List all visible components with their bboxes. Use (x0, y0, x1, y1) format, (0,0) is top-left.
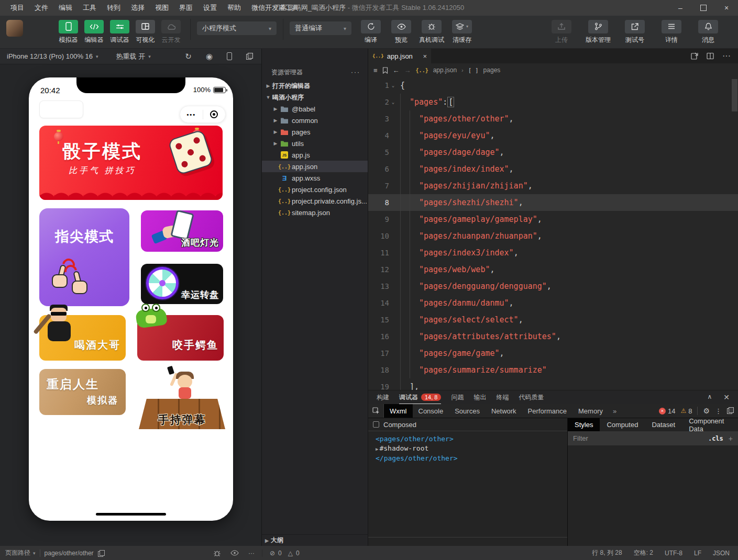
code-line-1[interactable]: 1⌄{ (368, 77, 738, 94)
language-mode[interactable]: JSON (713, 550, 730, 557)
devtools-tab-network[interactable]: Network (486, 404, 522, 418)
dice-mode-banner[interactable]: 骰子模式 比手气 拼技巧 (39, 126, 223, 200)
file-app.json[interactable]: {..}app.json (262, 161, 368, 172)
more-tabs-icon[interactable]: » (609, 404, 621, 418)
branch-button[interactable]: 版本管理 (582, 20, 614, 44)
record-icon[interactable]: ◉ (206, 52, 213, 61)
bug-button[interactable]: 真机调试 (416, 20, 447, 44)
folder-@babel[interactable]: ▶@babel (262, 103, 368, 115)
devtools-tab-wxml[interactable]: Wxml (384, 404, 413, 418)
menu-7[interactable]: 视图 (150, 3, 174, 13)
styles-tab-computed[interactable]: Computed (600, 418, 645, 431)
menu-8[interactable]: 界面 (174, 3, 198, 13)
capsule-close-icon[interactable] (203, 110, 226, 118)
compile-select-dropdown[interactable]: 普通编译 ▾ (290, 21, 351, 35)
folder-common[interactable]: ▶common (262, 115, 368, 126)
tile-lucky-wheel[interactable]: 幸运转盘 (141, 264, 223, 304)
menu-3[interactable]: 编辑 (53, 3, 78, 13)
encoding-setting[interactable]: UTF-8 (665, 550, 682, 557)
tree-section--[interactable]: ▼喝酒小程序 (262, 92, 368, 103)
tile-handheld-danmaku[interactable]: 手持弹幕 (139, 366, 225, 429)
code-line-7[interactable]: 7"pages/zhijian/zhijian", (368, 177, 738, 194)
forward-icon[interactable]: → (404, 66, 411, 74)
devtools-tab-console[interactable]: Console (413, 404, 449, 418)
mode-select-dropdown[interactable]: 小程序模式 ▾ (197, 21, 277, 35)
panel-tab-问题[interactable]: 问题 (451, 390, 464, 404)
code-line-9[interactable]: 9"pages/gameplay/gameplay", (368, 211, 738, 228)
compile-button[interactable]: 编译 (356, 20, 386, 44)
close-button[interactable]: × (715, 0, 738, 16)
problems-summary[interactable]: ⊘ 0 △ 0 (262, 550, 368, 557)
tool-cloud-button[interactable]: 云开发 (158, 20, 184, 44)
code-line-5[interactable]: 5"pages/dage/dage", (368, 144, 738, 161)
settings-gear-icon[interactable]: ⚙ (703, 407, 710, 415)
kebab-menu-icon[interactable]: ⋮ (715, 407, 722, 415)
file-project.config.json[interactable]: {..}project.config.json (262, 184, 368, 195)
styles-tab-component-data[interactable]: Component Data (682, 418, 738, 431)
console-error-count[interactable]: × 14 (659, 407, 675, 415)
code-line-6[interactable]: 6"pages/index/index", (368, 161, 738, 177)
hot-reload-toggle[interactable]: 热重载 开 ▾ (116, 52, 151, 61)
tool-sliders-button[interactable]: 调试器 (107, 20, 133, 44)
open-preview-icon[interactable] (691, 52, 698, 60)
undock-icon[interactable] (727, 407, 733, 415)
code-line-19[interactable]: 19], (368, 378, 738, 390)
panel-tab-终端[interactable]: 终端 (496, 390, 509, 404)
file-app.wxss[interactable]: Ǝapp.wxss (262, 172, 368, 184)
code-line-18[interactable]: 18"pages/summarize/summarize" (368, 362, 738, 378)
device-frame-icon[interactable] (227, 52, 232, 60)
code-line-2[interactable]: 2⌄"pages": [ (368, 94, 738, 110)
code-editor[interactable]: 1⌄{2⌄"pages": [3"pages/other/other",4"pa… (368, 77, 738, 390)
avatar[interactable] (6, 20, 23, 37)
hamburger-button[interactable]: 详情 (655, 20, 688, 44)
panel-tab-构建[interactable]: 构建 (377, 390, 389, 404)
breadcrumb-node[interactable]: pages (483, 66, 501, 74)
new-style-rule-icon[interactable]: + (729, 434, 733, 443)
code-line-17[interactable]: 17"pages/game/game", (368, 345, 738, 362)
external-button[interactable]: 测试号 (619, 20, 651, 44)
more-actions-icon[interactable]: ··· (351, 69, 360, 76)
code-line-16[interactable]: 16"pages/attributes/attributes", (368, 328, 738, 345)
code-line-15[interactable]: 15"pages/select/select", (368, 311, 738, 328)
file-app.js[interactable]: JSapp.js (262, 149, 368, 161)
code-line-12[interactable]: 12"pages/web/web", (368, 261, 738, 278)
preview-eye-button[interactable]: 预览 (386, 20, 416, 44)
styles-tab-styles[interactable]: Styles (568, 418, 600, 431)
code-line-3[interactable]: 3"pages/other/other", (368, 110, 738, 127)
more-actions-icon[interactable]: ··· (722, 51, 731, 61)
panel-tab-输出[interactable]: 输出 (473, 390, 486, 404)
tile-restart-life-simulator[interactable]: 重启人生 模拟器 (39, 369, 126, 415)
preview-eye-icon[interactable] (230, 550, 239, 556)
folder-pages[interactable]: ▶pages (262, 126, 368, 138)
element-close-tag[interactable]: </pages/other/other> (376, 454, 567, 463)
outline-list-icon[interactable]: ≡ (373, 66, 378, 74)
rotate-refresh-icon[interactable]: ↻ (185, 52, 192, 61)
breadcrumb-file[interactable]: app.json (433, 66, 457, 74)
devtools-tab-sources[interactable]: Sources (449, 404, 486, 418)
vconsole-bug-icon[interactable] (213, 550, 221, 557)
composed-checkbox[interactable] (373, 421, 379, 428)
bookmark-icon[interactable] (382, 67, 388, 74)
tile-biting-crocodile[interactable]: 咬手鳄鱼 (137, 315, 224, 361)
devtools-tab-performance[interactable]: Performance (522, 404, 572, 418)
code-line-4[interactable]: 4"pages/eyu/eyu", (368, 127, 738, 144)
outline-section[interactable]: ▶ 大纲 (262, 534, 368, 546)
code-line-11[interactable]: 11"pages/index3/index", (368, 244, 738, 261)
element-open-tag[interactable]: <pages/other/other> (376, 434, 567, 444)
styles-tab-dataset[interactable]: Dataset (645, 418, 682, 431)
tile-fingertip-mode[interactable]: 指尖模式 (39, 208, 129, 306)
folder-utils[interactable]: ▶utils (262, 138, 368, 149)
tool-phone-button[interactable]: 模拟器 (56, 20, 81, 44)
inspect-element-icon[interactable] (368, 404, 384, 418)
back-icon[interactable]: ← (393, 66, 400, 74)
tool-code-button[interactable]: 编辑器 (81, 20, 107, 44)
code-line-10[interactable]: 10"pages/zhuanpan/zhuanpan", (368, 228, 738, 244)
menu-2[interactable]: 文件 (29, 3, 53, 13)
close-panel-icon[interactable]: ✕ (723, 393, 730, 401)
menu-6[interactable]: 选择 (126, 3, 150, 13)
menu-9[interactable]: 设置 (198, 3, 222, 13)
menu-1[interactable]: 项目 (5, 3, 29, 13)
cursor-position[interactable]: 行 8, 列 28 (592, 548, 622, 557)
tile-bar-lights[interactable]: 酒吧灯光 (141, 210, 223, 252)
tab-app-json[interactable]: {..} app.json × (368, 49, 431, 63)
